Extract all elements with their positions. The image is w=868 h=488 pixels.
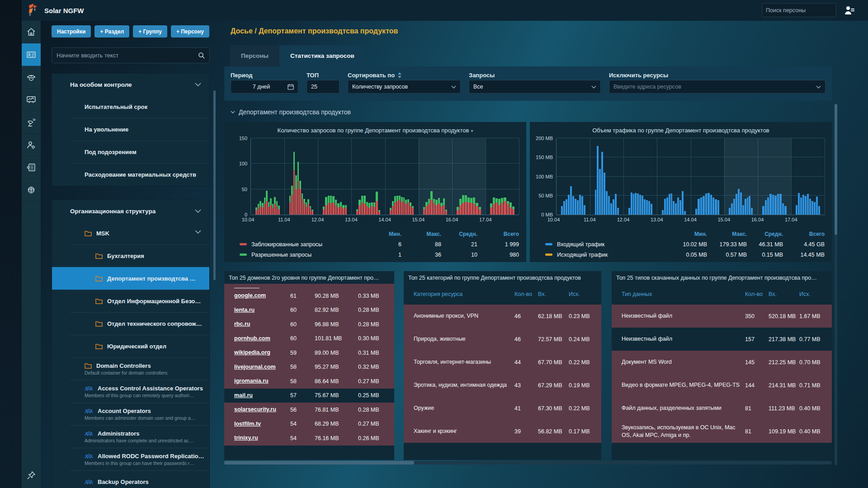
bar[interactable]	[479, 138, 481, 215]
horizontal-scrollbar[interactable]	[224, 461, 832, 465]
chart-menu-caret-icon[interactable]: ▾	[471, 128, 473, 133]
bar[interactable]	[270, 138, 272, 215]
table-row[interactable]: pornhub.com60101.81 MB0.30 MB	[224, 332, 394, 346]
table-row[interactable]: Видео в формате MPEG, MPEG-4, MPEG-TS144…	[612, 374, 832, 397]
bar[interactable]	[738, 138, 740, 215]
bar[interactable]	[684, 138, 686, 215]
bar[interactable]	[371, 138, 373, 215]
legend-item[interactable]: Исходящий трафик	[545, 252, 675, 258]
bar[interactable]	[762, 138, 764, 215]
search-icon[interactable]	[198, 52, 205, 59]
bar[interactable]	[767, 138, 769, 215]
column-header[interactable]: Кол-во	[745, 291, 769, 297]
domain-link[interactable]: wikipedia.org	[234, 349, 270, 356]
bar[interactable]	[428, 138, 430, 215]
bar[interactable]	[443, 138, 445, 215]
bar[interactable]	[581, 138, 583, 215]
bar[interactable]	[293, 138, 295, 215]
bar[interactable]	[736, 138, 737, 215]
bar[interactable]	[430, 138, 432, 215]
bar[interactable]	[310, 138, 311, 215]
bar[interactable]	[677, 138, 679, 215]
bar[interactable]	[258, 138, 259, 215]
bar[interactable]	[462, 138, 464, 215]
bar[interactable]	[303, 138, 305, 215]
bar[interactable]	[359, 138, 360, 215]
bar[interactable]	[498, 138, 500, 215]
bar[interactable]	[796, 138, 797, 215]
pin-icon[interactable]	[22, 466, 41, 484]
bar[interactable]	[311, 138, 313, 215]
column-header[interactable]: Категория ресурса	[414, 291, 514, 298]
bar[interactable]	[682, 138, 684, 215]
column-header[interactable]: Тип данных	[622, 291, 745, 298]
bar[interactable]	[798, 138, 800, 215]
bar[interactable]	[337, 138, 339, 215]
sort-select[interactable]: Количеству запросов	[348, 80, 461, 94]
bar[interactable]	[423, 138, 425, 215]
table-row[interactable]: Торговля, интернет-магазины4467.70 MB0.2…	[404, 351, 601, 374]
bar[interactable]	[356, 138, 358, 215]
table-row[interactable]: Оружие4167.30 MB0.22 MB	[404, 397, 601, 420]
rail-item-home[interactable]	[22, 21, 41, 43]
bar[interactable]	[412, 138, 414, 215]
bar[interactable]	[599, 138, 601, 215]
bar[interactable]	[673, 138, 675, 215]
bar[interactable]	[342, 138, 344, 215]
bar[interactable]	[457, 138, 459, 215]
table-row[interactable]: solarsecurity.ru5676.81 MB0.28 MB	[224, 403, 394, 417]
bar[interactable]	[749, 138, 750, 215]
bar[interactable]	[642, 138, 643, 215]
rail-item-dossier[interactable]	[22, 43, 41, 66]
table-row[interactable]: igromania.ru5886.64 MB0.27 MB	[224, 374, 394, 389]
bar[interactable]	[401, 138, 403, 215]
rail-item-monitoring[interactable]	[22, 89, 41, 111]
bar[interactable]	[307, 138, 309, 215]
bar[interactable]	[295, 138, 297, 215]
tree-item[interactable]: Отдел технического сопровож…	[52, 312, 209, 335]
bar[interactable]	[459, 138, 462, 215]
bar[interactable]	[610, 138, 612, 215]
top-input[interactable]	[311, 84, 335, 90]
bar[interactable]	[777, 138, 779, 215]
bar[interactable]	[669, 138, 670, 215]
bar[interactable]	[779, 138, 781, 215]
bar[interactable]	[470, 138, 472, 215]
tab-persons[interactable]: Персоны	[230, 45, 279, 66]
bar[interactable]	[509, 138, 512, 215]
bar[interactable]	[561, 138, 563, 215]
bar[interactable]	[407, 138, 409, 215]
bar[interactable]	[769, 138, 771, 215]
bar[interactable]	[328, 138, 330, 215]
bar[interactable]	[332, 138, 334, 215]
bar[interactable]	[445, 138, 447, 215]
bar[interactable]	[747, 138, 749, 215]
bar[interactable]	[268, 138, 270, 215]
table-row[interactable]: mail.ru5775.67 MB0.25 MB	[224, 389, 394, 403]
bar[interactable]	[255, 138, 257, 215]
bar[interactable]	[266, 138, 268, 215]
bar[interactable]	[584, 138, 585, 215]
table-row[interactable]: Документ MS Word145212.25 MB0.70 MB	[612, 351, 832, 374]
domain-link[interactable]: pornhub.com	[234, 335, 270, 342]
table-row[interactable]: wikipedia.org5989.00 MB0.31 MB	[224, 346, 394, 360]
bar[interactable]	[572, 138, 574, 215]
bar[interactable]	[274, 138, 276, 215]
bar[interactable]	[403, 138, 405, 215]
sort-order-icon[interactable]	[397, 72, 402, 78]
bar[interactable]	[340, 138, 342, 215]
bar[interactable]	[278, 138, 280, 215]
bar[interactable]	[376, 138, 377, 215]
bar[interactable]	[695, 138, 697, 215]
table-row[interactable]: Файл данных, разделенных запятыми81111.2…	[612, 397, 832, 420]
bar[interactable]	[703, 138, 704, 215]
org-structure-header[interactable]: Организационная структура	[52, 200, 209, 222]
bar[interactable]	[577, 138, 579, 215]
tree-item[interactable]: Account OperatorsMembers can administer …	[52, 403, 209, 425]
bar[interactable]	[490, 138, 492, 215]
bar[interactable]	[731, 138, 733, 215]
tree-item[interactable]: Юридический отдел	[52, 335, 209, 357]
bar[interactable]	[345, 138, 347, 215]
bar[interactable]	[476, 138, 478, 215]
tree-item[interactable]: MSK	[52, 222, 209, 244]
